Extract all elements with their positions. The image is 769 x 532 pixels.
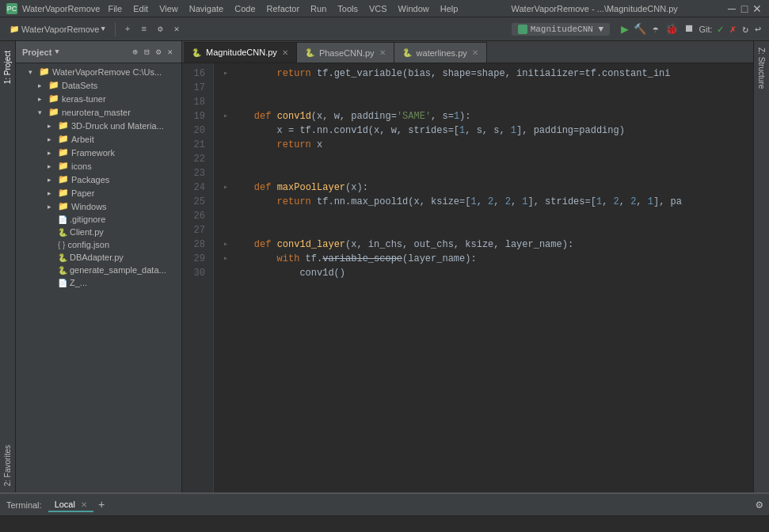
client-icon: 🐍 — [58, 228, 67, 237]
framework-arrow: ▸ — [48, 149, 55, 157]
fold-29[interactable]: ▸ — [220, 252, 231, 266]
panel-dropdown-icon[interactable]: ▼ — [55, 48, 59, 56]
windows-icon: 📁 — [58, 201, 69, 211]
terminal-tab-local-close[interactable]: ✕ — [81, 500, 87, 509]
run-config-dropdown[interactable]: MagnitudeCNN ▼ — [512, 23, 610, 36]
git-x-button[interactable]: ✗ — [729, 21, 738, 37]
tab-magnitude-close[interactable]: ✕ — [282, 48, 288, 57]
debug-button[interactable]: 🐞 — [664, 21, 680, 37]
stop-button[interactable]: ⏹ — [683, 21, 696, 36]
tab-phase[interactable]: 🐍 PhaseCNN.py ✕ — [297, 42, 394, 63]
windows-label: Windows — [71, 202, 107, 211]
code-line-27 — [220, 223, 753, 238]
line-numbers: 16 17 18 19 20 21 22 23 24 25 26 27 28 2… — [182, 63, 214, 492]
menu-tools[interactable]: Tools — [333, 0, 363, 17]
neurotera-label: neurotera_master — [62, 108, 131, 117]
root-arrow: ▾ — [29, 68, 36, 76]
git-refresh-button[interactable]: ↻ — [740, 21, 750, 37]
project-dropdown[interactable]: 📁 WaterVaporRemove ▼ — [6, 23, 108, 36]
tree-item-generate[interactable]: 🐍 generate_sample_data... — [16, 264, 181, 276]
menu-navigate[interactable]: Navigate — [185, 0, 228, 17]
fold-16[interactable]: ▸ — [220, 66, 231, 81]
gitignore-label: .gitignore — [70, 215, 105, 224]
tree-item-3druck[interactable]: ▸ 📁 3D-Druck und Materia... — [16, 119, 181, 132]
build-button[interactable]: 🔨 — [632, 21, 648, 37]
tree-item-paper[interactable]: ▸ 📁 Paper — [16, 186, 181, 200]
tree-item-arbeit[interactable]: ▸ 📁 Arbeit — [16, 132, 181, 146]
tree-item-windows[interactable]: ▸ 📁 Windows — [16, 200, 181, 213]
tree-item-z[interactable]: 📄 Z_... — [16, 276, 181, 289]
panel-settings-btn[interactable]: ⚙ — [154, 46, 164, 58]
tree-item-config[interactable]: { } config.json — [16, 238, 181, 251]
gitignore-icon: 📄 — [58, 215, 67, 224]
tree-root[interactable]: ▾ 📁 WaterVaporRemove C:\Us... — [16, 65, 181, 78]
terminal-add-tab-button[interactable]: + — [98, 499, 105, 511]
coverage-button[interactable]: ☂ — [651, 21, 661, 37]
tab-waterlines[interactable]: 🐍 waterlines.py ✕ — [394, 42, 487, 63]
fold-17 — [220, 81, 231, 95]
run-button[interactable]: ▶ — [621, 21, 629, 37]
keras-label: keras-tuner — [62, 94, 106, 104]
menu-run[interactable]: Run — [306, 0, 331, 17]
menu-view[interactable]: View — [154, 0, 183, 17]
bottom-tab-bar: Terminal: Local ✕ + ⚙ — [0, 494, 769, 516]
line-num-30: 30 — [182, 266, 208, 280]
fold-23 — [220, 166, 231, 180]
datasets-arrow: ▸ — [38, 82, 46, 89]
tree-item-packages[interactable]: ▸ 📁 Packages — [16, 173, 181, 186]
side-tab-structure[interactable]: Z: Structure — [755, 41, 768, 95]
tree-item-framework[interactable]: ▸ 📁 Framework — [16, 146, 181, 159]
panel-close-btn[interactable]: ✕ — [165, 46, 175, 58]
terminal-tab-local[interactable]: Local ✕ — [48, 498, 93, 512]
menu-code[interactable]: Code — [230, 0, 260, 17]
code-line-16: ▸ return tf.get_variable(bias, shape=sha… — [220, 66, 753, 81]
tree-item-client[interactable]: 🐍 Client.py — [16, 226, 181, 238]
fold-22 — [220, 152, 231, 166]
keras-icon: 📁 — [48, 93, 59, 104]
menu-vcs[interactable]: VCS — [364, 0, 392, 17]
menu-bar: File Edit View Navigate Code Refactor Ru… — [103, 0, 463, 17]
menu-window[interactable]: Window — [394, 0, 434, 17]
menu-refactor[interactable]: Refactor — [262, 0, 305, 17]
tab-waterlines-close[interactable]: ✕ — [472, 48, 478, 57]
fold-19[interactable]: ▸ — [220, 109, 231, 124]
structure-button[interactable]: ≡ — [138, 23, 150, 36]
packages-icon: 📁 — [58, 174, 69, 184]
terminal-settings-button[interactable]: ⚙ — [756, 498, 763, 511]
side-tab-project[interactable]: 1: Project — [1, 44, 14, 90]
line-num-17: 17 — [182, 81, 208, 95]
fold-18 — [220, 95, 231, 109]
settings-button[interactable]: ⚙ — [154, 22, 166, 36]
tab-magnitude-label: MagnitudeCNN.py — [206, 48, 277, 57]
panel-add-btn[interactable]: ⊕ — [131, 46, 141, 58]
menu-edit[interactable]: Edit — [128, 0, 153, 17]
keras-arrow: ▸ — [38, 95, 46, 103]
line-num-25: 25 — [182, 195, 208, 209]
minimize-button[interactable]: ─ — [726, 3, 737, 14]
panel-collapse-btn[interactable]: ⊟ — [142, 46, 152, 58]
tree-item-icons[interactable]: ▸ 📁 icons — [16, 159, 181, 173]
fold-24[interactable]: ▸ — [220, 180, 231, 195]
maximize-button[interactable]: □ — [739, 3, 750, 14]
fold-28[interactable]: ▸ — [220, 238, 231, 252]
tab-phase-close[interactable]: ✕ — [379, 48, 386, 57]
side-tab-favorites[interactable]: 2: Favorites — [1, 439, 14, 492]
tree-item-dbadapter[interactable]: 🐍 DBAdapter.py — [16, 251, 181, 264]
tree-item-datasets[interactable]: ▸ 📁 DataSets — [16, 78, 181, 92]
close-panel-button[interactable]: ✕ — [171, 22, 183, 36]
panel-title: Project — [22, 48, 51, 57]
menu-file[interactable]: File — [103, 0, 127, 17]
tree-item-gitignore[interactable]: 📄 .gitignore — [16, 213, 181, 226]
code-line-30: conv1d() — [220, 266, 753, 280]
git-undo-button[interactable]: ↩ — [753, 21, 763, 37]
code-content[interactable]: ▸ return tf.get_variable(bias, shape=sha… — [214, 63, 753, 492]
git-check-button[interactable]: ✓ — [716, 21, 725, 37]
menu-help[interactable]: Help — [436, 0, 463, 17]
code-line-24: ▸ def maxPoolLayer(x): — [220, 180, 753, 195]
tree-item-keras[interactable]: ▸ 📁 keras-tuner — [16, 92, 181, 105]
code-editor: 16 17 18 19 20 21 22 23 24 25 26 27 28 2… — [182, 63, 753, 492]
close-button[interactable]: ✕ — [752, 3, 763, 14]
tab-magnitude[interactable]: 🐍 MagnitudeCNN.py ✕ — [184, 42, 297, 63]
tree-item-neurotera[interactable]: ▾ 📁 neurotera_master — [16, 105, 181, 119]
new-file-button[interactable]: + — [122, 23, 134, 36]
